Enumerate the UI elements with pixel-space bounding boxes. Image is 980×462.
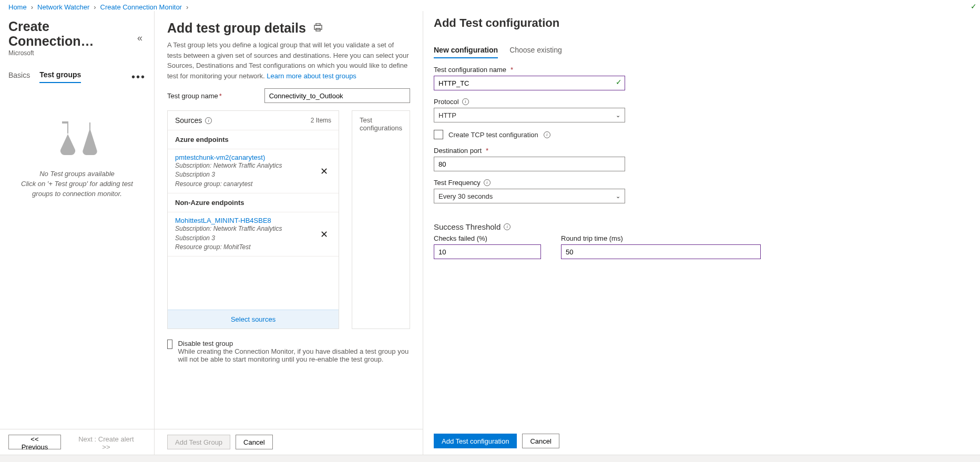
breadcrumb-create-connection-monitor[interactable]: Create Connection Monitor [100, 3, 182, 11]
protocol-select[interactable]: HTTP ⌄ [434, 108, 625, 122]
chevron-down-icon: ⌄ [616, 193, 620, 200]
test-frequency-select[interactable]: Every 30 seconds ⌄ [434, 189, 625, 203]
mid-title: Add test group details [167, 20, 306, 36]
tab-new-configuration[interactable]: New configuration [434, 46, 498, 58]
mid-description: A Test group lets you define a logical g… [155, 40, 423, 81]
remove-source-2[interactable]: ✕ [317, 227, 331, 242]
azure-endpoints-header: Azure endpoints [168, 130, 339, 149]
info-icon[interactable]: i [205, 117, 212, 124]
test-group-name-label: Test group name* [167, 92, 259, 100]
source-rg-2: Resource group: MohitTest [175, 243, 317, 252]
test-frequency-label: Test Frequencyi [434, 179, 969, 187]
protocol-label: Protocoli [434, 98, 969, 106]
page-title: Create Connection… [8, 19, 134, 48]
non-azure-endpoints-header: Non-Azure endpoints [168, 193, 339, 212]
flask-icon [54, 120, 101, 157]
previous-button[interactable]: << Previous [8, 435, 61, 449]
destination-port-input[interactable] [434, 157, 625, 171]
publisher-label: Microsoft [8, 49, 134, 57]
empty-title: No Test groups available [39, 170, 115, 178]
tc-col-label: Test configurations [360, 116, 402, 132]
disable-test-group-label: Disable test group [178, 340, 410, 347]
learn-more-link[interactable]: Learn more about test groups [267, 72, 356, 80]
cancel-button[interactable]: Cancel [236, 435, 272, 449]
chevron-down-icon: ⌄ [616, 112, 620, 119]
source-sub-1: Subscription: Network Traffic Analytics … [175, 161, 317, 180]
breadcrumb: Home › Network Watcher › Create Connecti… [0, 0, 980, 11]
rtt-label: Round trip time (ms) [561, 234, 761, 242]
success-threshold-title: Success Threshold i [434, 222, 969, 231]
chevron-right-icon: › [94, 3, 96, 11]
checks-failed-label: Checks failed (%) [434, 234, 541, 242]
config-name-input[interactable] [434, 76, 625, 90]
test-configurations-panel: Test configurations [352, 110, 410, 329]
collapse-icon[interactable]: « [134, 33, 146, 44]
tab-basics[interactable]: Basics [8, 71, 30, 83]
destination-port-label: Destination port* [434, 147, 969, 155]
disable-test-group-checkbox[interactable] [167, 340, 172, 349]
horizontal-scrollbar[interactable] [0, 455, 980, 462]
more-icon[interactable]: ••• [131, 75, 146, 79]
breadcrumb-home[interactable]: Home [8, 3, 27, 11]
source-sub-2: Subscription: Network Traffic Analytics … [175, 224, 317, 243]
sources-title: Sources [175, 116, 202, 125]
info-icon[interactable]: i [504, 223, 511, 230]
svg-rect-0 [314, 25, 322, 29]
add-test-configuration-button[interactable]: Add Test configuration [434, 434, 517, 448]
select-sources-button[interactable]: Select sources [168, 310, 339, 328]
info-icon[interactable]: i [484, 179, 491, 186]
source-item: MohittestLA_MININT-HB4SBE8 Subscription:… [168, 212, 339, 256]
svg-rect-1 [316, 24, 320, 26]
tab-test-groups[interactable]: Test groups [39, 70, 81, 83]
info-icon[interactable]: i [462, 98, 469, 105]
sources-panel: Sources i 2 Items Azure endpoints pmtest… [167, 110, 339, 329]
next-button[interactable]: Next : Create alert >> [66, 435, 146, 449]
remove-source-1[interactable]: ✕ [317, 163, 331, 179]
create-tcp-label: Create TCP test configuration [448, 131, 538, 139]
chevron-right-icon: › [31, 3, 33, 11]
add-test-group-button[interactable]: Add Test Group [167, 435, 230, 449]
tab-choose-existing[interactable]: Choose existing [509, 46, 562, 58]
source-rg-1: Resource group: canarytest [175, 180, 317, 189]
sources-count: 2 Items [311, 117, 331, 124]
config-name-label: Test configuration name* [434, 66, 969, 74]
disable-test-group-hint: While creating the Connection Monitor, i… [178, 347, 410, 363]
print-icon[interactable] [313, 23, 323, 33]
source-link-1[interactable]: pmtestchunk-vm2(canarytest) [175, 153, 265, 161]
right-panel-title: Add Test configuration [434, 11, 969, 42]
rtt-input[interactable] [561, 244, 761, 259]
source-item: pmtestchunk-vm2(canarytest) Subscription… [168, 149, 339, 193]
breadcrumb-network-watcher[interactable]: Network Watcher [37, 3, 89, 11]
empty-line3: groups to connection monitor. [32, 190, 122, 198]
test-group-name-input[interactable] [264, 88, 410, 103]
cancel-configuration-button[interactable]: Cancel [522, 434, 559, 448]
checks-failed-input[interactable] [434, 244, 541, 259]
info-icon[interactable]: i [544, 131, 550, 138]
create-tcp-checkbox[interactable] [434, 130, 443, 139]
chevron-right-icon: › [186, 3, 188, 11]
source-link-2[interactable]: MohittestLA_MININT-HB4SBE8 [175, 217, 271, 224]
empty-line2: Click on '+ Test group' for adding test [21, 180, 133, 188]
